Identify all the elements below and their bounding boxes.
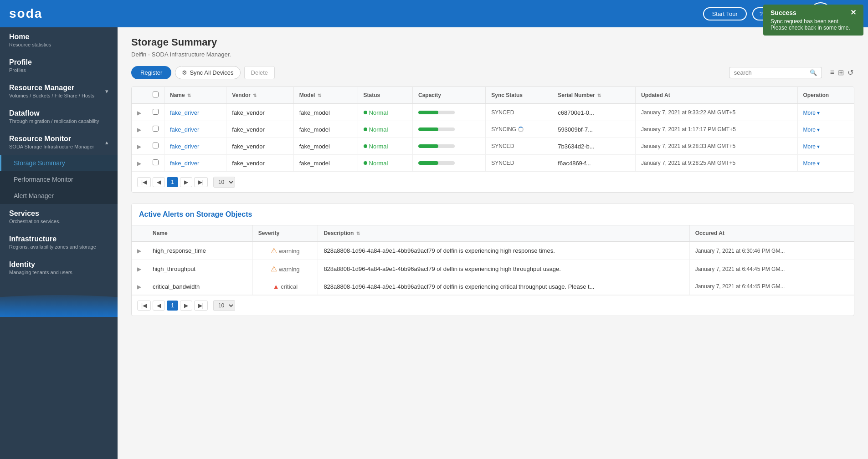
last-page-button[interactable]: ▶| (194, 177, 208, 187)
alert-name-cell: high_response_time (147, 241, 253, 260)
top-navbar: soda Start Tour ? Need Help? SODA founda… (0, 0, 868, 27)
model-cell: fake_model (293, 155, 358, 172)
col-vendor[interactable]: Vendor ⇅ (226, 87, 293, 104)
expand-arrow[interactable]: ▶ (137, 110, 141, 116)
sidebar-item-infrastructure[interactable]: Infrastructure Regions, availability zon… (0, 230, 118, 255)
more-link[interactable]: More ▾ (803, 110, 820, 116)
model-cell: fake_model (293, 121, 358, 138)
expand-arrow[interactable]: ▶ (137, 143, 141, 150)
sync-all-devices-button[interactable]: ⚙ Sync All Devices (175, 66, 240, 79)
sidebar-wave-decoration (0, 290, 118, 317)
alert-col-description[interactable]: Description ⇅ (318, 225, 689, 241)
page-title: Storage Summary (131, 36, 854, 48)
grid-view-icon[interactable]: ⊞ (837, 67, 845, 78)
page-1-button[interactable]: 1 (167, 177, 178, 187)
capacity-cell (412, 121, 485, 138)
alert-expand-cell[interactable]: ▶ (132, 260, 147, 278)
expand-cell[interactable]: ▶ (132, 121, 147, 138)
sidebar-item-home[interactable]: Home Resource statistics (0, 27, 118, 53)
more-link[interactable]: More ▾ (803, 143, 820, 150)
sidebar-item-storage-summary[interactable]: Storage Summary (0, 155, 118, 171)
alert-expand-cell[interactable]: ▶ (132, 241, 147, 260)
prev-page-button[interactable]: ◀ (153, 177, 165, 187)
filter-icon: ⚙ (182, 69, 187, 76)
name-cell[interactable]: fake_driver (164, 104, 226, 121)
alert-expand-cell[interactable]: ▶ (132, 278, 147, 295)
alerts-table-container: Active Alerts on Storage Objects Name Se… (131, 204, 854, 316)
toast-close-button[interactable]: ✕ (850, 9, 856, 16)
row-checkbox[interactable] (153, 143, 159, 148)
sidebar-item-dataflow[interactable]: Dataflow Through migration / replication… (0, 104, 118, 129)
refresh-icon[interactable]: ↺ (847, 67, 854, 78)
serial-cell: c68700e1-0... (552, 104, 636, 121)
alert-row: ▶ high_response_time ⚠ warning 828a8808-… (132, 241, 854, 260)
alerts-first-page-button[interactable]: |◀ (137, 301, 151, 311)
alert-expand-arrow[interactable]: ▶ (137, 266, 141, 272)
search-box[interactable]: 🔍 (729, 67, 822, 78)
checkbox-cell[interactable] (147, 155, 164, 172)
alert-row: ▶ high_throughput ⚠ warning 828a8808-1d9… (132, 260, 854, 278)
sidebar-item-identity[interactable]: Identity Managing tenants and users (0, 255, 118, 280)
warning-icon: ⚠ (271, 247, 277, 255)
updated-cell: January 7, 2021 at 9:28:25 AM GMT+5 (636, 155, 797, 172)
checkbox-cell[interactable] (147, 104, 164, 121)
checkbox-cell[interactable] (147, 121, 164, 138)
alerts-last-page-button[interactable]: ▶| (194, 301, 208, 311)
expand-cell[interactable]: ▶ (132, 138, 147, 155)
sidebar-item-performance-monitor[interactable]: Performance Monitor (0, 171, 118, 188)
delete-button[interactable]: Delete (244, 66, 275, 79)
more-link[interactable]: More ▾ (803, 127, 820, 133)
chevron-up-icon: ▴ (105, 139, 108, 146)
operation-cell[interactable]: More ▾ (797, 121, 854, 138)
list-view-icon[interactable]: ≡ (829, 67, 835, 78)
alert-severity-cell: ▲ critical (252, 278, 318, 295)
row-checkbox[interactable] (153, 159, 159, 165)
operation-cell[interactable]: More ▾ (797, 138, 854, 155)
page-subtitle: Delfin - SODA Infrastructure Manager. (131, 51, 854, 58)
sidebar-item-resource-monitor[interactable]: Resource Monitor SODA Storage Infrastruc… (0, 129, 118, 155)
expand-cell[interactable]: ▶ (132, 155, 147, 172)
row-checkbox[interactable] (153, 126, 159, 132)
status-cell: Normal (358, 104, 412, 121)
storage-table-container: Name ⇅ Vendor ⇅ Model ⇅ Status Capacity … (131, 87, 854, 193)
page-size-select[interactable]: 10 25 50 (213, 177, 235, 188)
expand-arrow[interactable]: ▶ (137, 127, 141, 133)
name-cell[interactable]: fake_driver (164, 138, 226, 155)
row-checkbox[interactable] (153, 109, 159, 115)
sidebar-item-profile[interactable]: Profile Profiles (0, 53, 118, 78)
alerts-page-1-button[interactable]: 1 (167, 301, 178, 311)
serial-cell: 593009bf-7... (552, 121, 636, 138)
expand-cell[interactable]: ▶ (132, 104, 147, 121)
checkbox-cell[interactable] (147, 138, 164, 155)
sidebar-item-services[interactable]: Services Orchestration services. (0, 204, 118, 230)
sidebar-item-alert-manager[interactable]: Alert Manager (0, 188, 118, 204)
operation-cell[interactable]: More ▾ (797, 104, 854, 121)
status-cell: Normal (358, 121, 412, 138)
col-serial[interactable]: Serial Number ⇅ (552, 87, 636, 104)
chevron-down-icon: ▾ (105, 88, 108, 95)
more-link[interactable]: More ▾ (803, 160, 820, 167)
alerts-page-size-select[interactable]: 10 25 50 (213, 300, 235, 311)
operation-cell[interactable]: More ▾ (797, 155, 854, 172)
storage-pagination: |◀ ◀ 1 ▶ ▶| 10 25 50 (132, 172, 854, 192)
col-model[interactable]: Model ⇅ (293, 87, 358, 104)
search-input[interactable] (734, 69, 807, 76)
next-page-button[interactable]: ▶ (180, 177, 192, 187)
capacity-cell (412, 138, 485, 155)
expand-arrow[interactable]: ▶ (137, 160, 141, 167)
sidebar: Home Resource statistics Profile Profile… (0, 27, 118, 459)
start-tour-button[interactable]: Start Tour (703, 7, 747, 20)
first-page-button[interactable]: |◀ (137, 177, 151, 187)
sync-status-cell: SYNCING (486, 121, 552, 138)
capacity-fill (418, 111, 438, 114)
alerts-prev-page-button[interactable]: ◀ (153, 301, 165, 311)
alerts-next-page-button[interactable]: ▶ (180, 301, 192, 311)
alert-expand-arrow[interactable]: ▶ (137, 248, 141, 254)
col-name[interactable]: Name ⇅ (164, 87, 226, 104)
name-cell[interactable]: fake_driver (164, 155, 226, 172)
sidebar-item-resource-manager[interactable]: Resource Manager Volumes / Buckets / Fil… (0, 78, 118, 104)
alert-expand-arrow[interactable]: ▶ (137, 284, 141, 290)
register-button[interactable]: Register (131, 66, 171, 79)
select-all-checkbox[interactable] (153, 92, 159, 97)
name-cell[interactable]: fake_driver (164, 121, 226, 138)
